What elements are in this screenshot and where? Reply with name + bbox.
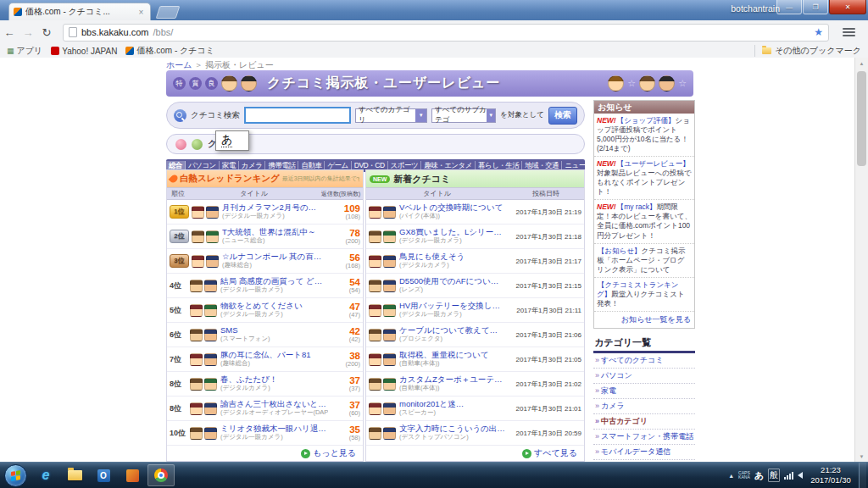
post-title-link[interactable]: HV用バッテリーを交換して… (399, 302, 505, 311)
search-label: クチコミ検索 (191, 110, 240, 121)
thread-title-link[interactable]: T大統領、世界は混乱中～ (222, 228, 328, 237)
avatar (369, 255, 381, 268)
thread-category: (デジタル一眼カメラ) (222, 213, 328, 220)
ranking-row: 3位 ☆ルナコンボール 其の百三… (趣味総合) 56 (168) (167, 249, 363, 274)
thread-title-link[interactable]: 結局 高感度の画質って どう… (220, 277, 328, 286)
ime-mode-button[interactable]: あ (754, 469, 764, 482)
minimize-button[interactable] (776, 0, 802, 14)
reload-button[interactable] (37, 26, 56, 39)
post-title-link[interactable]: Vベルトの交換時期について (399, 203, 505, 213)
post-title-link[interactable]: D5500使用でのAFについ… (399, 277, 505, 286)
taskbar-chrome-button[interactable] (147, 464, 175, 486)
scroll-up-icon[interactable] (855, 58, 868, 69)
avatar (204, 329, 217, 341)
thread-title-link[interactable]: ☆ルナコンボール 其の百三… (222, 252, 328, 262)
taskbar-clock[interactable]: 21:23 2017/01/30 (807, 465, 854, 485)
bookmark-kakaku[interactable]: 価格.com - クチコミ (125, 45, 214, 57)
scrollbar-thumb[interactable] (857, 71, 866, 166)
menu-icon[interactable] (836, 28, 861, 36)
close-button[interactable] (829, 0, 866, 14)
post-title-link[interactable]: monitor201と迷… (399, 400, 505, 409)
category-link[interactable]: カメラ (593, 399, 695, 414)
post-count: (47) (349, 312, 360, 319)
new-tab-button[interactable] (156, 6, 181, 19)
double-arrow-icon (595, 386, 599, 395)
network-icon[interactable] (784, 471, 793, 480)
post-date: 2017年1月30日 21:01 (505, 404, 581, 413)
scroll-down-icon[interactable] (855, 451, 868, 463)
post-title-link[interactable]: カスタムZターボ＋ユーティ… (399, 375, 505, 385)
thread-title-link[interactable]: 春、ふたたび！ (220, 375, 328, 385)
new-posts-panel: NEW 新着クチコミ タイトル 投稿日時 Vベルトの交換時期について (バイク(… (365, 169, 585, 462)
thread-title-link[interactable]: ミリオタ独裁木一眼ハリ退けて… (220, 424, 328, 434)
category-link[interactable]: パソコン (593, 369, 695, 384)
bookmark-star-icon[interactable] (814, 27, 823, 37)
scrollbar[interactable] (854, 58, 868, 463)
volume-icon[interactable] (798, 472, 803, 479)
subcategory-select[interactable]: すべてのサブカテゴ (431, 108, 496, 123)
post-count: (200) (345, 361, 360, 368)
ime-composition-text: あ (221, 134, 232, 147)
tab-close-icon[interactable] (136, 8, 146, 17)
category-link[interactable]: 中古カテゴリ (593, 414, 695, 430)
avatar (204, 280, 217, 292)
search-button[interactable]: 検索 (548, 107, 577, 125)
post-title-link[interactable]: ケーブルについて教えて下さ… (399, 326, 505, 336)
post-title-link[interactable]: 鳥見にも使えそう (399, 252, 505, 262)
post-title-link[interactable]: 取得税、重量税について (399, 351, 505, 360)
notice-more-link[interactable]: お知らせ一覧を見る (594, 312, 694, 328)
notice-link[interactable]: 【ショップ評価】 (617, 116, 676, 125)
other-bookmarks[interactable]: その他のブックマーク (754, 45, 861, 57)
kana-label: KANA (738, 475, 750, 480)
thread-title-link[interactable]: 諭吉さん三十枚出さないと、… (220, 400, 328, 409)
new-badge: NEW (370, 175, 390, 183)
thread-title-link[interactable]: 豚の耳に念仏、パート81 (220, 351, 328, 360)
post-title-link[interactable]: GX8買いました。Lシリーズ… (399, 228, 505, 237)
search-input[interactable] (244, 107, 351, 124)
forward-button[interactable] (19, 26, 37, 39)
start-button[interactable] (4, 464, 27, 487)
taskbar-explorer-button[interactable] (61, 464, 88, 486)
thread-title-link[interactable]: 月刊カメラマン2月号の… (222, 203, 328, 213)
category-select[interactable]: すべてのカテゴリ (355, 108, 427, 123)
taskbar-app-button[interactable] (119, 464, 146, 486)
category-link[interactable]: スマートフォン・携帯電話 (593, 430, 695, 445)
notice-link[interactable]: 【お知らせ】 (598, 247, 642, 255)
thread-title-link[interactable]: SMS (220, 326, 328, 336)
breadcrumb: ホーム ＞ 掲示板・レビュー (166, 59, 274, 71)
rank-badge: 1位 (170, 205, 189, 219)
category-link[interactable]: すべてのクチコミ (593, 353, 695, 369)
rank-badge: 8位 (170, 403, 190, 414)
new-label: NEW! (597, 202, 616, 211)
taskbar-outlook-button[interactable] (90, 464, 117, 486)
notice-link[interactable]: 【my rack】 (617, 202, 657, 211)
browser-tab[interactable]: 価格.com - クチコミ... (8, 3, 151, 20)
hidden-icons-arrow[interactable] (728, 473, 734, 479)
post-title-link[interactable]: 文字入力時にこういうの出る… (399, 424, 505, 434)
apps-grid-icon (7, 47, 14, 55)
maximize-button[interactable] (803, 0, 828, 14)
new-posts-more-link[interactable]: すべて見る (534, 447, 577, 459)
bookmark-yahoo[interactable]: Yahoo! JAPAN (51, 47, 117, 56)
back-button[interactable] (0, 26, 19, 39)
tab-title: 価格.com - クチコミ... (25, 6, 133, 18)
apps-shortcut[interactable]: アプリ (7, 45, 42, 57)
thread-title-link[interactable]: 物欲をとめてください (220, 302, 328, 311)
avatar (192, 230, 204, 243)
ime-conversion-button[interactable]: 般 (768, 469, 780, 482)
category-link[interactable]: モバイルデータ通信 (593, 445, 695, 460)
address-bar[interactable]: bbs.kakaku.com /bbs/ (63, 24, 829, 42)
taskbar-ie-button[interactable] (32, 464, 59, 486)
double-arrow-icon (595, 447, 599, 456)
post-category: (レンズ) (399, 286, 505, 294)
notice-link[interactable]: 【ユーザーレビュー】 (617, 159, 690, 168)
breadcrumb-home-link[interactable]: ホーム (166, 60, 192, 69)
ranking-row: 7位 豚の耳に念仏、パート81 (趣味総合) 38 (200) (167, 347, 363, 372)
rank-badge: 3位 (170, 254, 189, 268)
category-link[interactable]: 家電 (593, 384, 695, 399)
ranking-more-link[interactable]: もっと見る (313, 447, 356, 459)
chevron-down-icon (487, 109, 495, 122)
avatar (206, 255, 219, 268)
show-desktop-button[interactable] (859, 463, 866, 488)
double-arrow-icon (595, 371, 599, 380)
